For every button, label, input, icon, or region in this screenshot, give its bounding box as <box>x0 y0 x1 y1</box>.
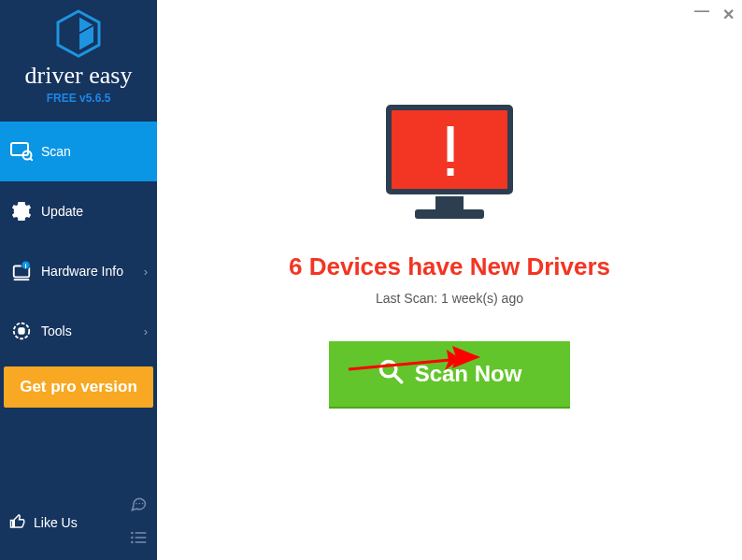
sidebar-item-label: Hardware Info <box>41 264 123 279</box>
brand-block: driver easy FREE v5.6.5 <box>0 0 157 112</box>
svg-point-19 <box>131 541 134 544</box>
sidebar-item-update[interactable]: Update <box>0 181 157 241</box>
sidebar-nav: Scan Update i Hardware Info › Tools › Ge… <box>0 122 157 408</box>
sidebar: driver easy FREE v5.6.5 Scan Update i Ha… <box>0 0 157 560</box>
svg-point-17 <box>131 537 134 539</box>
sidebar-item-hardware-info[interactable]: i Hardware Info › <box>0 241 157 301</box>
svg-rect-22 <box>435 196 464 209</box>
headline-text: 6 Devices have New Drivers <box>253 252 646 281</box>
svg-rect-23 <box>415 209 484 219</box>
chevron-right-icon: › <box>144 265 148 279</box>
sidebar-bottom: Like Us <box>0 495 157 551</box>
like-us-label: Like Us <box>34 515 78 530</box>
brand-version: FREE v5.6.5 <box>0 92 157 105</box>
sidebar-bottom-icons <box>129 495 148 551</box>
svg-point-13 <box>138 503 140 505</box>
menu-icon[interactable] <box>129 528 148 551</box>
svg-point-12 <box>136 503 137 505</box>
svg-marker-30 <box>452 346 480 368</box>
gear-icon <box>9 201 34 222</box>
sidebar-item-label: Scan <box>41 144 71 159</box>
brand-name: driver easy <box>0 64 157 88</box>
last-scan-text: Last Scan: 1 week(s) ago <box>253 291 646 306</box>
thumbs-up-icon <box>9 513 26 533</box>
sidebar-item-label: Tools <box>41 323 72 338</box>
sidebar-item-scan[interactable]: Scan <box>0 122 157 181</box>
svg-rect-24 <box>448 126 454 162</box>
svg-rect-11 <box>18 327 24 334</box>
svg-rect-3 <box>11 143 28 155</box>
window-controls: — ✕ <box>694 6 735 23</box>
svg-text:i: i <box>25 262 27 270</box>
svg-line-5 <box>30 158 33 161</box>
sidebar-item-label: Update <box>41 204 83 219</box>
like-us-button[interactable]: Like Us <box>9 513 78 533</box>
scan-icon <box>9 142 34 161</box>
minimize-button[interactable]: — <box>694 3 709 21</box>
chevron-right-icon: › <box>144 324 148 338</box>
sidebar-item-tools[interactable]: Tools › <box>0 301 157 361</box>
svg-point-15 <box>131 532 134 535</box>
hardware-icon: i <box>9 261 34 281</box>
annotation-arrow-icon <box>344 346 484 396</box>
get-pro-version-button[interactable]: Get pro version <box>4 366 153 408</box>
brand-logo-icon <box>0 9 157 58</box>
monitor-alert-icon <box>379 103 520 228</box>
feedback-icon[interactable] <box>129 495 148 517</box>
tools-icon <box>9 321 34 341</box>
main-panel: — ✕ 6 Devices have New Drivers Last Scan… <box>157 0 742 560</box>
svg-rect-25 <box>448 168 454 176</box>
close-button[interactable]: ✕ <box>722 6 735 23</box>
svg-line-28 <box>349 359 461 369</box>
svg-point-14 <box>142 503 144 505</box>
